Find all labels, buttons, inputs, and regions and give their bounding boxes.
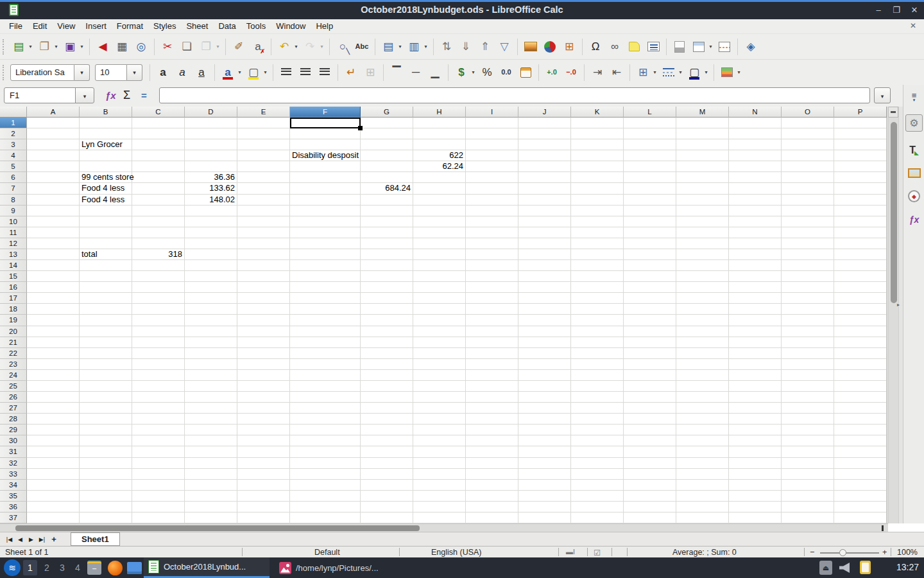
sidebar-item-functions[interactable]: ƒx <box>905 211 923 228</box>
cell-D8[interactable]: 148.02 <box>185 195 237 206</box>
row-header-20[interactable]: 20 <box>0 326 27 337</box>
sidebar-collapse-handle[interactable] <box>898 107 903 523</box>
highlighting-color-dropdown-icon[interactable]: ▾ <box>262 64 269 82</box>
split-window-button[interactable] <box>715 38 733 56</box>
restore-button[interactable]: ❐ <box>891 5 902 15</box>
menu-sheet[interactable]: Sheet <box>181 19 213 33</box>
percent-format-button[interactable]: % <box>478 64 496 82</box>
freeze-rows-columns-dropdown-icon[interactable]: ▾ <box>707 38 714 56</box>
document-modified-icon[interactable]: ☑ <box>594 548 601 557</box>
app-menu-button[interactable]: ≋ <box>4 559 21 576</box>
cell-F4[interactable]: Disability desposit <box>290 150 361 161</box>
redo-dropdown-icon[interactable]: ▾ <box>318 38 325 56</box>
clone-formatting-button[interactable]: ✐ <box>230 38 248 56</box>
sidebar-item-styles[interactable]: T ◣ <box>905 141 923 159</box>
minimize-button[interactable]: – <box>873 5 884 15</box>
menu-tools[interactable]: Tools <box>241 19 271 33</box>
sum-icon[interactable]: Σ <box>123 89 130 102</box>
clear-formatting-button[interactable]: a✗ <box>249 38 267 56</box>
row-header-28[interactable]: 28 <box>0 414 27 425</box>
export-pdf-button[interactable]: ◀ <box>94 38 112 56</box>
italic-button[interactable]: a <box>173 64 191 82</box>
date-format-button[interactable] <box>517 64 535 82</box>
vertical-scrollbar[interactable] <box>888 118 898 523</box>
row-header-33[interactable]: 33 <box>0 469 27 480</box>
menu-file[interactable]: File <box>4 19 28 33</box>
columns-dropdown-icon[interactable]: ▾ <box>422 38 429 56</box>
undo-dropdown-icon[interactable]: ▾ <box>293 38 300 56</box>
first-sheet-icon[interactable]: |◀ <box>4 536 15 543</box>
cell-B8[interactable]: Food 4 less <box>80 195 132 206</box>
insert-hyperlink-button[interactable]: ∞ <box>606 38 624 56</box>
freeze-rows-columns-button[interactable] <box>690 38 708 56</box>
undo-button[interactable]: ↶ <box>275 38 293 56</box>
decrease-indent-button[interactable]: ⇤ <box>608 64 626 82</box>
taskbar-task-pictures[interactable]: /home/lynp/Pictures/... <box>275 557 409 578</box>
menu-edit[interactable]: Edit <box>28 19 52 33</box>
font-name-dropdown-icon[interactable]: ▾ <box>74 64 90 81</box>
file-manager-launcher[interactable]: – <box>87 561 101 575</box>
paste-dropdown-icon[interactable]: ▾ <box>214 38 221 56</box>
print-button[interactable]: ▦ <box>113 38 131 56</box>
open-file-button[interactable]: ❐ <box>35 38 53 56</box>
column-header-G[interactable]: G <box>361 107 413 118</box>
insert-comment-button[interactable] <box>625 38 643 56</box>
conditional-formatting-button[interactable] <box>718 64 736 82</box>
grid-cells[interactable] <box>290 118 361 523</box>
next-sheet-icon[interactable]: ▶ <box>26 536 37 543</box>
grid-cells[interactable] <box>27 118 290 523</box>
row-header-10[interactable]: 10 <box>0 216 27 227</box>
workspace-1[interactable]: 1 <box>23 560 37 575</box>
row-header-9[interactable]: 9 <box>0 206 27 216</box>
add-sheet-icon[interactable]: + <box>47 534 60 544</box>
row-header-24[interactable]: 24 <box>0 370 27 381</box>
column-header-M[interactable]: M <box>676 107 729 118</box>
font-name-input[interactable]: Liberation Sa <box>10 64 74 81</box>
page-style-status[interactable]: Default <box>314 548 340 557</box>
merge-cells-button[interactable]: ⊞ <box>361 64 379 82</box>
insert-mode-icon[interactable]: ▬I <box>566 548 575 556</box>
sort-button[interactable]: ⇅ <box>438 38 456 56</box>
align-left-button[interactable] <box>277 64 295 82</box>
menu-styles[interactable]: Styles <box>148 19 181 33</box>
row-header-7[interactable]: 7 <box>0 183 27 194</box>
horizontal-split-handle[interactable] <box>882 525 884 531</box>
name-box[interactable]: F1 <box>4 87 76 103</box>
align-top-button[interactable]: ▔ <box>388 64 406 82</box>
row-header-16[interactable]: 16 <box>0 282 27 293</box>
close-document-icon[interactable]: ✕ <box>910 21 916 30</box>
new-document-button[interactable]: ▤ <box>10 38 28 56</box>
row-header-1[interactable]: 1 <box>0 118 27 128</box>
toolbar-grip[interactable] <box>3 65 6 80</box>
cell-B13[interactable]: total <box>80 249 132 260</box>
save-dropdown-icon[interactable]: ▾ <box>78 38 85 56</box>
cell-cursor-F1[interactable] <box>290 118 361 128</box>
sort-descending-button[interactable]: ⇑ <box>476 38 494 56</box>
cut-button[interactable]: ✂ <box>158 38 176 56</box>
workspace-3[interactable]: 3 <box>55 560 69 575</box>
workspace-4[interactable]: 4 <box>71 560 85 575</box>
show-draw-functions-button[interactable]: ◈ <box>742 38 760 56</box>
underline-button[interactable]: a <box>193 64 210 82</box>
row-header-26[interactable]: 26 <box>0 392 27 403</box>
row-header-17[interactable]: 17 <box>0 293 27 304</box>
name-box-dropdown-icon[interactable]: ▾ <box>75 87 94 103</box>
zoom-slider[interactable] <box>820 552 879 554</box>
add-decimal-button[interactable]: +.0 <box>543 64 561 82</box>
row-header-34[interactable]: 34 <box>0 480 27 491</box>
taskbar-task-calc[interactable]: October2018Lynbud... <box>144 557 270 578</box>
align-bottom-button[interactable]: ▁ <box>426 64 444 82</box>
vertical-split-handle[interactable] <box>888 107 898 118</box>
currency-format-dropdown-icon[interactable]: ▾ <box>470 64 477 82</box>
cell-H5[interactable]: 62.24 <box>413 161 466 172</box>
border-color-dropdown-icon[interactable]: ▾ <box>703 64 710 82</box>
row-header-13[interactable]: 13 <box>0 249 27 260</box>
column-header-D[interactable]: D <box>185 107 237 118</box>
align-center-button[interactable] <box>296 64 314 82</box>
autofill-handle[interactable] <box>358 126 363 130</box>
rows-button[interactable]: ▤ <box>379 38 397 56</box>
insert-image-button[interactable] <box>522 38 540 56</box>
sidebar-item-gallery[interactable] <box>905 164 923 182</box>
menu-view[interactable]: View <box>52 19 80 33</box>
row-header-35[interactable]: 35 <box>0 491 27 502</box>
